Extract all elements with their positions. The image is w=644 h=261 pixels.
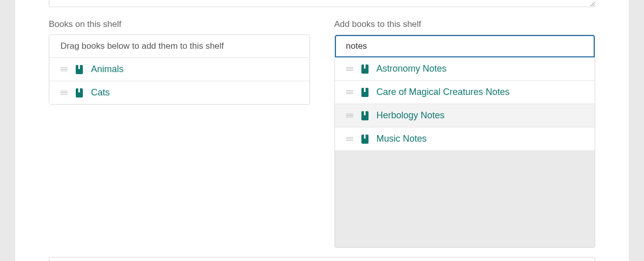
svg-rect-1 xyxy=(78,88,80,92)
drag-handle-icon[interactable] xyxy=(60,91,68,94)
book-title-link[interactable]: Music Notes xyxy=(377,134,427,144)
shelf-book-item[interactable]: Cats xyxy=(49,81,310,104)
book-title-link[interactable]: Animals xyxy=(91,64,124,75)
book-icon xyxy=(361,111,369,120)
book-icon xyxy=(361,135,369,144)
svg-rect-4 xyxy=(364,111,365,115)
description-textarea[interactable] xyxy=(49,0,595,7)
search-books-label: Add books to this shelf xyxy=(334,19,596,29)
book-icon xyxy=(361,64,369,74)
bottom-panel xyxy=(49,257,595,261)
shelf-book-item[interactable]: Animals xyxy=(49,58,310,81)
search-books-column: Add books to this shelf Astronomy NotesC… xyxy=(334,19,596,248)
svg-rect-0 xyxy=(78,65,80,69)
search-result-item[interactable]: Astronomy Notes xyxy=(335,57,595,81)
book-icon xyxy=(76,88,83,97)
book-icon xyxy=(76,65,83,74)
drag-handle-icon[interactable] xyxy=(346,90,353,94)
drag-handle-icon[interactable] xyxy=(346,137,353,141)
shelf-books-label: Books on this shelf xyxy=(49,19,310,29)
search-result-item[interactable]: Herbology Notes xyxy=(335,104,595,127)
search-header xyxy=(335,35,595,57)
shelf-books-column: Books on this shelf Drag books below to … xyxy=(49,19,310,248)
book-title-link[interactable]: Care of Magical Creatures Notes xyxy=(377,87,510,97)
drag-handle-icon[interactable] xyxy=(60,68,68,71)
shelf-drop-hint: Drag books below to add them to this she… xyxy=(49,35,310,58)
book-title-link[interactable]: Astronomy Notes xyxy=(377,63,447,74)
svg-rect-3 xyxy=(364,88,365,92)
book-search-input[interactable] xyxy=(346,41,584,51)
drag-handle-icon[interactable] xyxy=(346,67,353,71)
shelf-books-list: Drag books below to add them to this she… xyxy=(49,35,310,105)
book-title-link[interactable]: Herbology Notes xyxy=(377,110,445,121)
search-result-item[interactable]: Care of Magical Creatures Notes xyxy=(335,81,595,104)
search-result-item[interactable]: Music Notes xyxy=(335,127,595,150)
svg-rect-5 xyxy=(364,135,365,139)
book-title-link[interactable]: Cats xyxy=(91,87,110,98)
book-icon xyxy=(361,88,369,97)
svg-rect-2 xyxy=(364,64,365,69)
drag-handle-icon[interactable] xyxy=(346,114,353,117)
search-results-box: Astronomy NotesCare of Magical Creatures… xyxy=(334,35,596,248)
